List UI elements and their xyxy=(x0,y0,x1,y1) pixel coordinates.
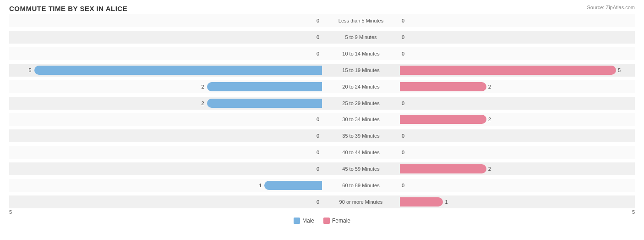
row-label: 45 to 59 Minutes xyxy=(322,166,400,172)
source-text: Source: ZipAtlas.com xyxy=(587,5,635,10)
left-section: 0 xyxy=(9,31,322,44)
right-section: 0 xyxy=(400,179,635,192)
female-value: 0 xyxy=(402,133,404,139)
right-section: 0 xyxy=(400,146,635,159)
right-section: 0 xyxy=(400,97,635,110)
legend-male-label: Male xyxy=(302,218,314,224)
left-section: 5 xyxy=(9,64,322,77)
left-section: 0 xyxy=(9,146,322,159)
row-label: 10 to 14 Minutes xyxy=(322,51,400,56)
chart-title: COMMUTE TIME BY SEX IN ALICE xyxy=(9,5,635,12)
bar-row: 0 90 or more Minutes 1 xyxy=(9,195,635,208)
bar-row: 2 20 to 24 Minutes 2 xyxy=(9,80,635,93)
right-section: 2 xyxy=(400,162,635,175)
left-section: 0 xyxy=(9,162,322,175)
legend-male-box xyxy=(294,218,300,224)
male-bar xyxy=(264,181,322,190)
left-section: 0 xyxy=(9,14,322,27)
female-value: 0 xyxy=(402,100,404,106)
female-value: 2 xyxy=(488,166,491,172)
bar-row: 0 40 to 44 Minutes 0 xyxy=(9,146,635,159)
female-value: 0 xyxy=(402,18,404,23)
left-section: 0 xyxy=(9,113,322,126)
male-value: 0 xyxy=(317,117,319,122)
male-value: 0 xyxy=(317,166,319,172)
male-value: 0 xyxy=(317,199,319,205)
chart-area: 0 Less than 5 Minutes 0 0 5 to 9 Minutes… xyxy=(9,14,635,208)
female-value: 0 xyxy=(402,183,404,188)
female-value: 0 xyxy=(402,34,404,40)
chart-container: COMMUTE TIME BY SEX IN ALICE Source: Zip… xyxy=(0,0,644,240)
male-bar xyxy=(207,82,322,91)
bar-row: 2 25 to 29 Minutes 0 xyxy=(9,97,635,110)
male-value: 2 xyxy=(202,84,204,89)
row-label: Less than 5 Minutes xyxy=(322,18,400,23)
left-section: 2 xyxy=(9,80,322,93)
legend-male: Male xyxy=(294,218,314,224)
row-label: 30 to 34 Minutes xyxy=(322,117,400,122)
row-label: 60 to 89 Minutes xyxy=(322,183,400,188)
male-value: 0 xyxy=(317,51,319,56)
left-section: 0 xyxy=(9,195,322,208)
male-value: 0 xyxy=(317,133,319,139)
male-bar xyxy=(207,99,322,108)
bar-row: 1 60 to 89 Minutes 0 xyxy=(9,179,635,192)
row-label: 5 to 9 Minutes xyxy=(322,34,400,40)
bar-row: 0 10 to 14 Minutes 0 xyxy=(9,47,635,60)
female-bar xyxy=(400,82,486,91)
male-value: 0 xyxy=(317,18,319,23)
right-section: 2 xyxy=(400,113,635,126)
right-section: 5 xyxy=(400,64,635,77)
female-value: 2 xyxy=(488,84,491,89)
female-value: 0 xyxy=(402,51,404,56)
male-bar xyxy=(34,66,322,75)
bar-row: 0 35 to 39 Minutes 0 xyxy=(9,129,635,142)
right-section: 0 xyxy=(400,47,635,60)
male-value: 2 xyxy=(202,100,204,106)
axis-labels: 5 5 xyxy=(9,209,635,215)
legend-female-box xyxy=(323,218,330,224)
row-label: 40 to 44 Minutes xyxy=(322,150,400,155)
legend: Male Female xyxy=(9,218,635,224)
male-value: 0 xyxy=(317,150,319,155)
row-label: 25 to 29 Minutes xyxy=(322,100,400,106)
axis-right: 5 xyxy=(632,209,635,215)
row-label: 20 to 24 Minutes xyxy=(322,84,400,89)
left-section: 0 xyxy=(9,129,322,142)
bar-row: 0 30 to 34 Minutes 2 xyxy=(9,113,635,126)
female-value: 2 xyxy=(488,117,491,122)
left-section: 2 xyxy=(9,97,322,110)
bar-row: 0 45 to 59 Minutes 2 xyxy=(9,162,635,175)
female-bar xyxy=(400,66,616,75)
bar-row: 0 5 to 9 Minutes 0 xyxy=(9,31,635,44)
left-section: 1 xyxy=(9,179,322,192)
right-section: 0 xyxy=(400,129,635,142)
right-section: 0 xyxy=(400,31,635,44)
legend-female: Female xyxy=(323,218,350,224)
right-section: 0 xyxy=(400,14,635,27)
female-bar xyxy=(400,164,486,173)
male-value: 5 xyxy=(29,67,32,73)
female-value: 5 xyxy=(618,67,621,73)
right-section: 1 xyxy=(400,195,635,208)
left-section: 0 xyxy=(9,47,322,60)
female-value: 1 xyxy=(445,199,448,205)
row-label: 90 or more Minutes xyxy=(322,199,400,205)
male-value: 0 xyxy=(317,34,319,40)
female-value: 0 xyxy=(402,150,404,155)
right-section: 2 xyxy=(400,80,635,93)
female-bar xyxy=(400,197,443,207)
axis-left: 5 xyxy=(9,209,12,215)
bar-row: 0 Less than 5 Minutes 0 xyxy=(9,14,635,27)
female-bar xyxy=(400,115,486,124)
row-label: 35 to 39 Minutes xyxy=(322,133,400,139)
row-label: 15 to 19 Minutes xyxy=(322,67,400,73)
legend-female-label: Female xyxy=(332,218,350,224)
male-value: 1 xyxy=(259,183,262,188)
bar-row: 5 15 to 19 Minutes 5 xyxy=(9,64,635,77)
